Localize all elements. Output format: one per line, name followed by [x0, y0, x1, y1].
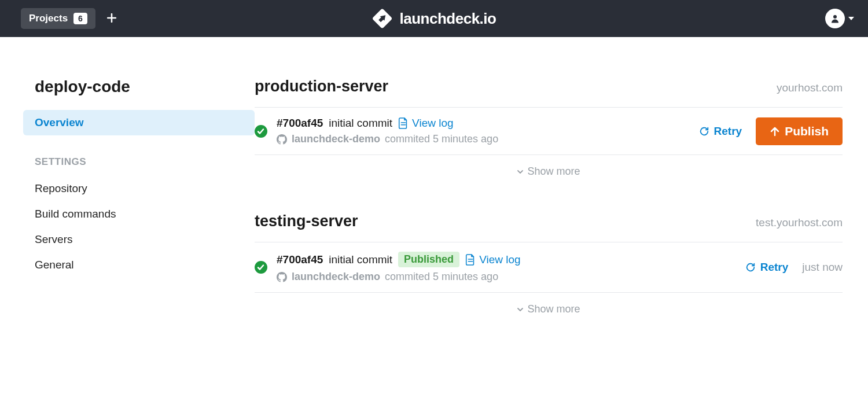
server-section-production: production-server yourhost.com #700af45 … [255, 78, 843, 178]
projects-dropdown[interactable]: Projects 6 [21, 8, 95, 29]
commit-hash: #700af45 [277, 117, 323, 130]
server-name: testing-server [255, 212, 358, 230]
view-log-link[interactable]: View log [398, 117, 453, 130]
document-icon [398, 117, 409, 129]
plus-icon [107, 13, 116, 23]
server-header: production-server yourhost.com [255, 78, 843, 108]
deployment-meta-line: launchdeck-demo commited 5 minutes ago [277, 133, 690, 145]
user-menu[interactable] [825, 9, 854, 28]
main-content: production-server yourhost.com #700af45 … [255, 78, 845, 350]
retry-label: Retry [714, 125, 742, 138]
server-header: testing-server test.yourhost.com [255, 212, 843, 242]
show-more-label: Show more [527, 165, 580, 178]
sidebar-item-general[interactable]: General [23, 252, 255, 278]
svg-point-1 [833, 15, 837, 19]
show-more-label: Show more [527, 303, 580, 315]
published-badge: Published [398, 252, 459, 267]
status-success-icon [255, 125, 267, 138]
view-log-link[interactable]: View log [465, 253, 520, 266]
retry-label: Retry [760, 261, 789, 274]
show-more-button[interactable]: Show more [255, 293, 843, 315]
project-title: deploy-code [23, 78, 255, 110]
chevron-down-icon [848, 17, 854, 20]
refresh-icon [699, 126, 709, 137]
deployment-row: #700af45 initial commit Published View l… [255, 242, 843, 293]
sidebar-item-repository[interactable]: Repository [23, 176, 255, 201]
deployment-info: #700af45 initial commit View log launchd… [277, 117, 690, 145]
deployment-actions: Retry Publish [699, 117, 843, 145]
github-icon [277, 134, 287, 145]
deployment-time: just now [802, 261, 843, 274]
github-icon [277, 272, 287, 282]
arrow-up-icon [770, 126, 780, 137]
deployment-meta-line: launchdeck-demo commited 5 minutes ago [277, 271, 736, 283]
commit-meta: commited 5 minutes ago [385, 271, 498, 283]
commit-hash: #700af45 [277, 253, 323, 266]
view-log-label: View log [412, 117, 453, 130]
view-log-label: View log [479, 253, 520, 266]
server-section-testing: testing-server test.yourhost.com #700af4… [255, 212, 843, 315]
avatar [825, 9, 845, 28]
retry-button[interactable]: Retry [745, 261, 789, 274]
projects-count-badge: 6 [73, 13, 87, 24]
projects-label: Projects [29, 13, 68, 24]
chevron-down-icon [517, 306, 524, 313]
deployment-title-line: #700af45 initial commit Published View l… [277, 252, 736, 267]
brand-name: launchdeck.io [400, 10, 496, 28]
commit-message: initial commit [329, 253, 392, 266]
repo-name: launchdeck-demo [292, 271, 380, 283]
sidebar-item-servers[interactable]: Servers [23, 227, 255, 252]
sidebar-item-overview[interactable]: Overview [23, 110, 255, 135]
deployment-actions: Retry just now [745, 261, 843, 274]
deployment-row: #700af45 initial commit View log launchd… [255, 108, 843, 155]
brand-logo[interactable]: launchdeck.io [372, 8, 496, 29]
publish-button[interactable]: Publish [756, 117, 843, 145]
sidebar: deploy-code Overview SETTINGS Repository… [23, 78, 255, 350]
commit-meta: commited 5 minutes ago [385, 133, 498, 145]
sidebar-settings-label: SETTINGS [23, 135, 255, 176]
launchdeck-icon [372, 8, 393, 29]
chevron-down-icon [517, 168, 524, 175]
status-success-icon [255, 261, 267, 274]
retry-button[interactable]: Retry [699, 125, 742, 138]
server-host: yourhost.com [777, 82, 843, 94]
server-host: test.yourhost.com [756, 216, 843, 229]
commit-message: initial commit [329, 117, 392, 130]
user-icon [830, 13, 840, 24]
sidebar-item-build-commands[interactable]: Build commands [23, 201, 255, 227]
server-name: production-server [255, 78, 388, 95]
repo-name: launchdeck-demo [292, 133, 380, 145]
publish-label: Publish [785, 124, 829, 138]
page-body: deploy-code Overview SETTINGS Repository… [0, 37, 868, 350]
topbar-left: Projects 6 [21, 8, 116, 29]
show-more-button[interactable]: Show more [255, 155, 843, 178]
refresh-icon [745, 262, 756, 273]
topbar: Projects 6 launchdeck.io [0, 0, 868, 37]
deployment-title-line: #700af45 initial commit View log [277, 117, 690, 130]
add-project-button[interactable] [107, 13, 116, 24]
document-icon [465, 254, 476, 266]
deployment-info: #700af45 initial commit Published View l… [277, 252, 736, 283]
